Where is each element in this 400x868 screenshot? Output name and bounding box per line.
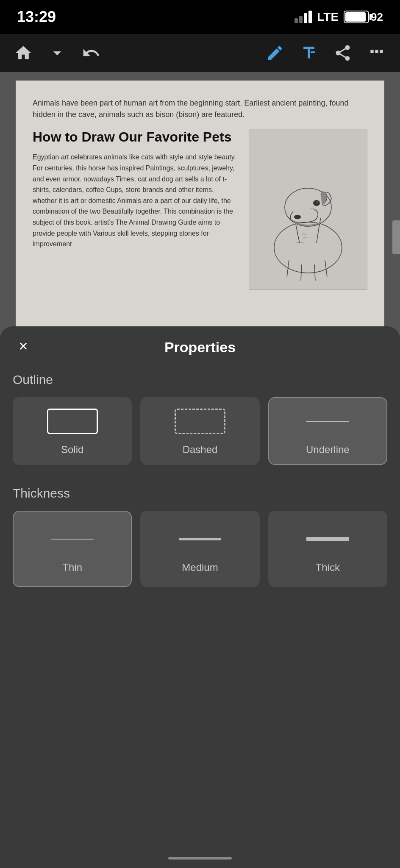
signal-bars [294, 11, 312, 23]
toolbar-right [260, 38, 392, 68]
status-time: 13:29 [17, 8, 56, 26]
undo-button[interactable] [76, 38, 106, 68]
signal-bar-2 [299, 16, 303, 23]
battery: 92 [344, 11, 383, 24]
edit-icon [266, 44, 284, 62]
thickness-option-thick[interactable]: Thick [268, 511, 387, 587]
edit-button[interactable] [260, 38, 290, 68]
underline-label: Underline [306, 444, 350, 456]
status-right: LTE 92 [294, 10, 383, 24]
more-button[interactable] [362, 38, 392, 68]
solid-rect [47, 409, 98, 434]
close-icon: × [19, 339, 28, 354]
medium-preview [172, 524, 228, 554]
toolbar [0, 34, 400, 72]
solid-preview [45, 406, 100, 436]
properties-panel: × Properties Outline Solid Dashed [0, 326, 400, 868]
medium-line [179, 538, 221, 540]
dashed-label: Dashed [183, 444, 218, 456]
side-handle[interactable] [392, 220, 400, 254]
outline-option-underline[interactable]: Underline [268, 397, 387, 465]
doc-top-text: Animals have been part of human art from… [33, 97, 367, 120]
outline-section-label: Outline [13, 373, 387, 387]
dog-illustration [249, 129, 367, 290]
share-button[interactable] [328, 38, 358, 68]
signal-bar-3 [304, 13, 307, 23]
underline-preview [300, 406, 355, 436]
share-icon [333, 44, 352, 62]
dashed-rect [175, 409, 225, 434]
doc-body-text: Egyptian art celebrates animals like cat… [33, 152, 236, 249]
doc-text-section: How to Draw Our Favorite Pets Egyptian a… [33, 129, 236, 290]
close-button[interactable]: × [13, 336, 34, 357]
text-button[interactable] [294, 38, 324, 68]
outline-options: Solid Dashed Underline [13, 397, 387, 465]
panel-header: × Properties [0, 326, 400, 364]
chevron-down-icon [48, 44, 67, 62]
outline-option-dashed[interactable]: Dashed [140, 397, 259, 465]
solid-label: Solid [61, 444, 83, 456]
outline-option-solid[interactable]: Solid [13, 397, 132, 465]
battery-fill [345, 12, 366, 22]
thin-line [51, 539, 94, 540]
dropdown-button[interactable] [42, 38, 72, 68]
svg-rect-0 [311, 51, 315, 53]
thick-line [306, 537, 349, 541]
thin-label: Thin [62, 562, 82, 573]
dashed-preview [172, 406, 228, 436]
panel-content: Outline Solid Dashed Underli [0, 364, 400, 868]
thickness-option-medium[interactable]: Medium [140, 511, 259, 587]
thick-label: Thick [316, 562, 340, 573]
svg-point-3 [313, 200, 320, 206]
undo-icon [82, 44, 100, 62]
svg-point-1 [274, 222, 342, 273]
doc-main-content: How to Draw Our Favorite Pets Egyptian a… [33, 129, 367, 290]
thin-preview [45, 524, 100, 554]
battery-icon [344, 11, 369, 23]
home-icon [14, 44, 33, 62]
document-area: Animals have been part of human art from… [0, 72, 400, 339]
bottom-indicator [168, 857, 232, 860]
thick-preview [300, 524, 355, 554]
doc-image-section [249, 129, 367, 290]
thickness-option-thin[interactable]: Thin [13, 511, 132, 587]
signal-bar-1 [294, 18, 298, 23]
svg-point-4 [317, 201, 318, 203]
dog-svg [255, 133, 361, 286]
underline-line [306, 421, 349, 422]
home-button[interactable] [8, 38, 38, 68]
document-page: Animals have been part of human art from… [16, 81, 384, 326]
signal-bar-4 [308, 11, 312, 23]
lte-label: LTE [317, 10, 339, 24]
panel-title: Properties [164, 339, 236, 356]
doc-title: How to Draw Our Favorite Pets [33, 129, 236, 145]
more-icon [367, 44, 386, 62]
svg-point-5 [294, 215, 301, 219]
thickness-section-label: Thickness [13, 486, 387, 501]
text-icon [300, 44, 318, 62]
medium-label: Medium [182, 562, 218, 573]
thickness-options: Thin Medium Thick [13, 511, 387, 587]
status-bar: 13:29 LTE 92 [0, 0, 400, 34]
battery-percent: 92 [371, 11, 383, 24]
